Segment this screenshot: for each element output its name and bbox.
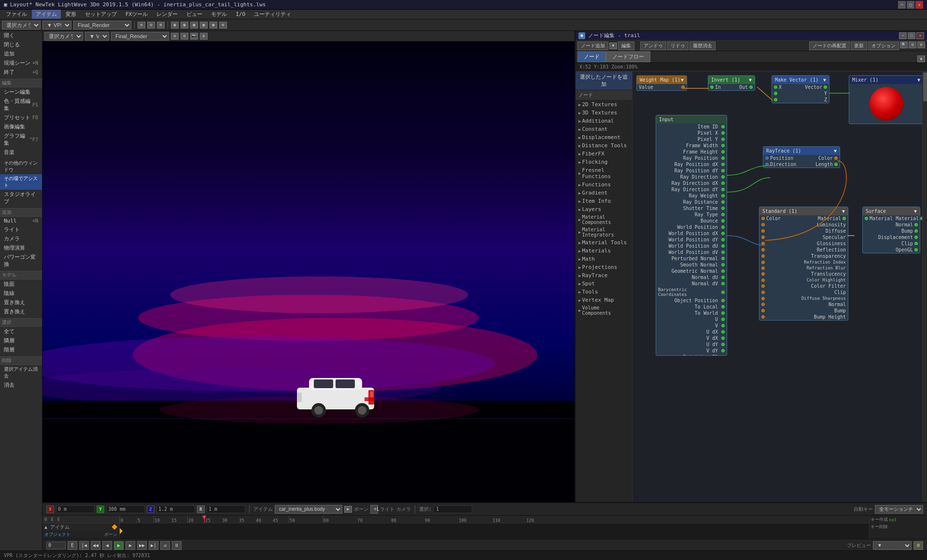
pause-btn2[interactable]: ⏸ bbox=[913, 541, 923, 550]
play-btn[interactable]: ▶ bbox=[114, 541, 124, 550]
sidebar-item-audio[interactable]: 音楽 bbox=[0, 148, 42, 157]
playhead[interactable] bbox=[204, 516, 205, 523]
prev-key-btn[interactable]: ◀◀ bbox=[91, 541, 100, 550]
y-axis-btn[interactable]: Y bbox=[97, 505, 104, 513]
minimize-btn[interactable]: ─ bbox=[898, 1, 906, 9]
sidebar-item-silhouette[interactable]: 陰線 bbox=[0, 289, 42, 298]
menu-file[interactable]: ファイル bbox=[2, 10, 31, 19]
sidebar-item-assist[interactable]: その場でアシスト bbox=[0, 174, 42, 190]
raytrace-node[interactable]: RayTrace (1) ▼ Position Color bbox=[763, 146, 840, 168]
panel-collapse[interactable]: ▼ bbox=[917, 56, 925, 62]
view-btn6[interactable]: ⊞ bbox=[219, 22, 227, 28]
tree-item-functions[interactable]: ▶Functions bbox=[576, 181, 632, 189]
sidebar-item-quit[interactable]: 終了+Q bbox=[0, 68, 42, 77]
render-select[interactable]: Final_Render bbox=[73, 21, 131, 29]
sidebar-item-adjacent[interactable]: 隣層 bbox=[0, 336, 42, 345]
sidebar-item-graph[interactable]: グラフ編集^F7 bbox=[0, 131, 42, 148]
invert-node[interactable]: Invert (1) ▼ In Out bbox=[708, 75, 755, 91]
weight-map-node[interactable]: Weight Map (1) ▼ Value bbox=[636, 75, 687, 91]
surface-node[interactable]: Surface ▼ Material Material bbox=[862, 207, 920, 253]
sidebar-item-null[interactable]: Null+N bbox=[0, 217, 42, 225]
menu-transform[interactable]: 変形 bbox=[62, 10, 80, 19]
view-btn1[interactable]: ▣ bbox=[171, 22, 179, 28]
node-undo[interactable]: アンドゥ bbox=[640, 42, 666, 50]
node-rearrange[interactable]: ノードの再配置 bbox=[809, 42, 850, 50]
sidebar-item-powergon[interactable]: パワーゴン変換 bbox=[0, 252, 42, 269]
tree-item-flocking[interactable]: ▶Flocking bbox=[576, 158, 632, 166]
add-node-button[interactable]: 選択したノードを追加 bbox=[576, 71, 632, 90]
grid-icon[interactable]: ⊞ bbox=[157, 22, 165, 28]
view-btn5[interactable]: ▣ bbox=[210, 22, 217, 28]
sidebar-item-replace2[interactable]: 置き換え bbox=[0, 307, 42, 316]
tree-item-displacement[interactable]: ▶Displacement bbox=[576, 133, 632, 141]
item-expand[interactable]: ▶ bbox=[344, 506, 352, 513]
pause-btn[interactable]: ⏸ bbox=[172, 541, 182, 550]
prev-frame-btn[interactable]: ◀ bbox=[102, 541, 112, 550]
go-start-btn[interactable]: |◀ bbox=[79, 541, 89, 550]
preview-select[interactable]: ▼ bbox=[873, 541, 912, 550]
sidebar-item-add[interactable]: 追加 bbox=[0, 49, 42, 58]
menu-item[interactable]: アイテム bbox=[32, 10, 61, 19]
autokey-mode[interactable]: 全モーションチャン bbox=[875, 505, 923, 514]
node-edit-menu[interactable]: 編集 bbox=[618, 42, 634, 50]
node-update[interactable]: 更新 bbox=[851, 42, 867, 50]
maximize-btn[interactable]: □ bbox=[907, 1, 914, 9]
node-add-dropdown[interactable]: ▼ bbox=[609, 42, 617, 49]
sidebar-item-delete[interactable]: 消去 bbox=[0, 380, 42, 390]
node-canvas[interactable]: Weight Map (1) ▼ Value bbox=[632, 71, 927, 502]
view-btn3[interactable]: ▣ bbox=[190, 22, 198, 28]
mixer-node[interactable]: Mixer (1) ▼ bbox=[849, 75, 924, 124]
sidebar-item-new-scene[interactable]: 現場シーン+N bbox=[0, 58, 42, 68]
loop-btn[interactable]: ↺ bbox=[160, 541, 170, 550]
sidebar-item-physics[interactable]: 物理演算 bbox=[0, 243, 42, 252]
tree-item-item-info[interactable]: ▶Item Info bbox=[576, 197, 632, 205]
viewport-settings-icon2[interactable]: ⚙ bbox=[181, 33, 188, 40]
viewport-render-select[interactable]: Final_Render bbox=[111, 32, 169, 41]
tree-item-tools[interactable]: ▶Tools bbox=[576, 288, 632, 296]
menu-view[interactable]: ビュー bbox=[183, 10, 206, 19]
make-vector-node[interactable]: Make Vector (1) ▼ X Vector bbox=[772, 75, 829, 103]
node-clear-history[interactable]: 履歴消去 bbox=[689, 42, 716, 50]
menu-setup[interactable]: セットアップ bbox=[81, 10, 121, 19]
tree-item-material-integrators[interactable]: ▶Material Integrators bbox=[576, 226, 632, 238]
r-axis-btn[interactable]: R bbox=[197, 505, 205, 513]
viewport-vpr-select[interactable]: ▼ VPR bbox=[85, 32, 109, 41]
timeline-tracks[interactable]: 0 5 10 15 20 25 30 3 bbox=[120, 516, 869, 539]
tree-item-volume-components[interactable]: ▶Volume Components bbox=[576, 304, 632, 317]
sidebar-item-hierarchy[interactable]: 階層 bbox=[0, 345, 42, 354]
menu-fxtool[interactable]: FXツール bbox=[122, 10, 152, 19]
bone-select[interactable]: +L bbox=[370, 505, 378, 514]
tree-item-distance-tools[interactable]: ▶Distance Tools bbox=[576, 141, 632, 150]
tree-item-vertex-map[interactable]: ▶Vertex Map bbox=[576, 296, 632, 304]
x-axis-btn[interactable]: X bbox=[46, 505, 54, 513]
sidebar-item-replace1[interactable]: 置き換え bbox=[0, 298, 42, 307]
sidebar-item-preset[interactable]: プリセットF8 bbox=[0, 113, 42, 122]
tree-item-constant[interactable]: ▶Constant bbox=[576, 125, 632, 133]
tree-item-gradient[interactable]: ▶Gradient bbox=[576, 189, 632, 197]
tree-item-math[interactable]: ▶Math bbox=[576, 255, 632, 263]
item-select[interactable]: car_inertia_plus.body bbox=[275, 505, 342, 514]
scrollbar-thumb[interactable] bbox=[923, 72, 927, 101]
viewport-camera-select[interactable]: 選択カメラ bbox=[44, 32, 83, 41]
close-btn[interactable]: ✕ bbox=[915, 1, 923, 9]
menu-io[interactable]: I/O bbox=[232, 10, 249, 18]
keyframe-0[interactable] bbox=[120, 528, 123, 533]
node-settings-icon[interactable]: ⚙ bbox=[909, 42, 916, 48]
main-viewport[interactable] bbox=[42, 42, 575, 502]
sidebar-item-select-all[interactable]: 全て bbox=[0, 327, 42, 336]
node-add-menu[interactable]: ノード追加 bbox=[577, 42, 608, 50]
menu-render[interactable]: レンダー bbox=[153, 10, 182, 19]
tree-item-material-tools[interactable]: ▶Material Tools bbox=[576, 238, 632, 247]
z-axis-btn[interactable]: Z bbox=[147, 505, 154, 513]
node-expand-icon[interactable]: ⊞ bbox=[917, 42, 925, 48]
tree-item-projections[interactable]: ▶Projections bbox=[576, 263, 632, 271]
sidebar-item-delete-selected[interactable]: 選択アイテム消去 bbox=[0, 365, 42, 380]
frame-input[interactable]: 0 bbox=[46, 542, 66, 549]
tree-item-2d-textures[interactable]: ▶2D Textures bbox=[576, 100, 632, 109]
vpr-select[interactable]: ▼ VPR bbox=[42, 21, 71, 29]
tree-item-material-components[interactable]: ▶Material Components bbox=[576, 213, 632, 226]
viewport-expand-icon[interactable]: ⊞ bbox=[200, 33, 208, 40]
input-node[interactable]: Input Item ID Pixel X Pixel Y Frame Widt… bbox=[656, 115, 727, 356]
tree-item-spot[interactable]: ▶Spot bbox=[576, 280, 632, 288]
tree-item-fresnel[interactable]: ▶Fresnel Functions bbox=[576, 166, 632, 181]
